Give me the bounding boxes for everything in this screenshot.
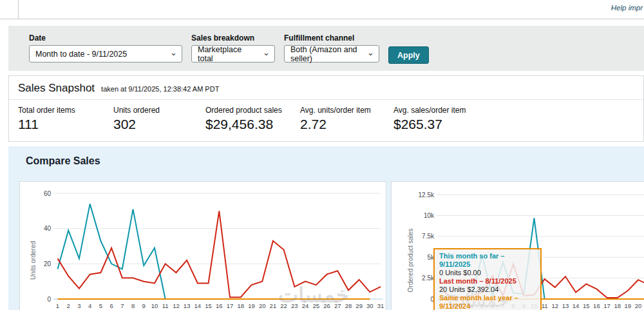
svg-text:15: 15 [583, 302, 590, 309]
svg-text:17: 17 [227, 302, 234, 309]
svg-text:20: 20 [259, 302, 266, 309]
svg-text:2.5k: 2.5k [422, 275, 435, 282]
metric-ordered-product-sales: Ordered product sales $29,456.38 [205, 106, 300, 132]
seller-dashboard: Help impr Date Month to date - 9/11/2025… [0, 0, 644, 310]
metric-avg-sales-order-item: Avg. sales/order item $265.37 [393, 106, 466, 132]
svg-text:25: 25 [312, 302, 319, 309]
metric-label: Total order items [18, 106, 113, 115]
metric-value: $265.37 [393, 117, 466, 132]
svg-text:17: 17 [603, 302, 611, 309]
tooltip-last-month-value: 20 Units $2,392.04 [439, 286, 536, 294]
fulfillment-channel-select[interactable]: Both (Amazon and seller) ⌄ [284, 45, 379, 63]
metric-value: 111 [18, 117, 113, 132]
metric-units-ordered: Units ordered 302 [113, 106, 205, 132]
chevron-down-icon: ⌄ [263, 50, 270, 56]
units-ordered-chart[interactable]: 0204060123456789101112131415161718192021… [19, 181, 386, 310]
svg-text:9: 9 [142, 302, 146, 309]
svg-text:24: 24 [302, 302, 309, 309]
metric-value: $29,456.38 [205, 117, 300, 132]
fulfillment-channel-label: Fulfillment channel [284, 34, 379, 43]
svg-text:11: 11 [162, 302, 169, 309]
svg-text:0: 0 [47, 296, 51, 303]
svg-text:23: 23 [291, 302, 298, 309]
metric-label: Ordered product sales [205, 106, 300, 115]
svg-text:6: 6 [109, 302, 113, 309]
svg-text:4: 4 [88, 302, 91, 309]
svg-text:12.5k: 12.5k [419, 191, 435, 199]
sales-breakdown-filter: Sales breakdown Marketplace total ⌄ [191, 34, 275, 63]
ordered-product-sales-chart[interactable]: 02.5k5k7.5k10k12.5k123456789101112131415… [391, 181, 644, 310]
svg-text:7.5k: 7.5k [422, 233, 435, 240]
svg-text:20: 20 [44, 260, 52, 267]
compare-sales-title: Compare Sales [26, 155, 644, 167]
tooltip-last-month-label: Last month – 8/11/2025 [439, 277, 536, 286]
filter-bar: Date Month to date - 9/11/2025 ⌄ Sales b… [8, 26, 644, 71]
svg-text:7: 7 [120, 302, 124, 309]
sales-snapshot-header: Sales Snapshot taken at 9/11/2025, 12:38… [9, 76, 643, 100]
svg-text:2: 2 [67, 302, 70, 309]
svg-text:11: 11 [542, 302, 548, 309]
svg-text:15: 15 [205, 302, 212, 309]
metric-avg-units-order-item: Avg. units/order item 2.72 [300, 106, 393, 132]
metric-total-order-items: Total order items 111 [18, 106, 113, 132]
help-improve-link[interactable]: Help impr [611, 4, 643, 12]
svg-text:5: 5 [99, 302, 102, 309]
sales-breakdown-select[interactable]: Marketplace total ⌄ [191, 45, 275, 63]
svg-text:31: 31 [377, 302, 384, 309]
metric-label: Avg. units/order item [300, 106, 393, 115]
metric-label: Avg. sales/order item [393, 106, 466, 115]
sales-snapshot-panel: Sales Snapshot taken at 9/11/2025, 12:38… [8, 75, 644, 142]
svg-text:20: 20 [635, 302, 642, 309]
svg-text:10k: 10k [424, 212, 435, 219]
svg-text:28: 28 [345, 302, 352, 309]
fulfillment-channel-filter: Fulfillment channel Both (Amazon and sel… [284, 34, 379, 63]
snapshot-metrics: Total order items 111 Units ordered 302 … [9, 100, 643, 141]
svg-text:13: 13 [184, 302, 191, 309]
fulfillment-channel-select-value: Both (Amazon and seller) [290, 45, 363, 63]
svg-text:18: 18 [614, 302, 621, 309]
svg-text:12: 12 [173, 302, 180, 309]
chart-tooltip: This month so far – 9/11/2025 0 Units $0… [433, 248, 542, 310]
tooltip-this-month-label: This month so far – 9/11/2025 [439, 252, 536, 269]
svg-text:16: 16 [593, 302, 600, 309]
svg-text:3: 3 [77, 302, 80, 309]
svg-text:12: 12 [551, 302, 558, 309]
metric-value: 2.72 [300, 117, 393, 132]
compare-sales-panel: Compare Sales 02040601234567891011121314… [8, 146, 644, 310]
svg-text:Ordered product sales: Ordered product sales [407, 229, 414, 293]
date-select[interactable]: Month to date - 9/11/2025 ⌄ [29, 45, 182, 63]
top-bar-left-border [18, 0, 19, 19]
metric-label: Units ordered [113, 106, 205, 115]
date-filter: Date Month to date - 9/11/2025 ⌄ [29, 34, 182, 63]
apply-button[interactable]: Apply [388, 46, 429, 64]
tooltip-this-month-value: 0 Units $0.00 [439, 269, 536, 277]
svg-text:29: 29 [355, 302, 363, 309]
metric-value: 302 [113, 117, 205, 132]
chevron-down-icon: ⌄ [367, 50, 374, 56]
date-select-value: Month to date - 9/11/2025 [35, 50, 127, 59]
svg-text:14: 14 [573, 302, 580, 309]
svg-text:19: 19 [625, 302, 632, 309]
date-label: Date [29, 34, 182, 43]
svg-text:10: 10 [151, 302, 158, 309]
sales-snapshot-title: Sales Snapshot [18, 82, 95, 95]
snapshot-timestamp: taken at 9/11/2025, 12:38:42 AM PDT [101, 85, 219, 93]
svg-text:19: 19 [248, 302, 255, 309]
tooltip-last-year-label: Same month last year – 9/11/2024 [439, 294, 536, 310]
svg-text:21: 21 [270, 302, 277, 309]
sales-breakdown-select-value: Marketplace total [198, 45, 259, 63]
svg-text:14: 14 [194, 302, 202, 309]
chevron-down-icon: ⌄ [170, 50, 177, 56]
compare-sales-charts: 0204060123456789101112131415161718192021… [19, 181, 644, 310]
svg-text:30: 30 [366, 302, 374, 309]
svg-text:Units ordered: Units ordered [30, 241, 37, 280]
top-bar: Help impr [0, 0, 644, 19]
svg-text:60: 60 [44, 190, 52, 197]
svg-text:16: 16 [216, 302, 223, 309]
svg-text:8: 8 [131, 302, 135, 309]
svg-text:26: 26 [323, 302, 330, 309]
sales-breakdown-label: Sales breakdown [191, 34, 275, 43]
svg-text:40: 40 [44, 225, 52, 232]
svg-text:13: 13 [562, 302, 569, 309]
svg-text:22: 22 [280, 302, 287, 309]
